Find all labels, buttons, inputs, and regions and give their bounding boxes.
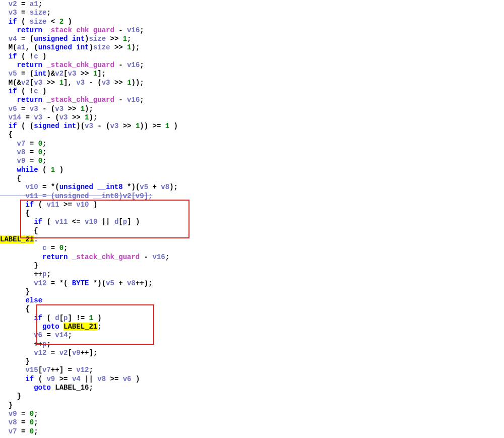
code-line: v12 = *(_BYTE *)(v5 + v8++); — [0, 279, 178, 288]
code-line: c = 0; — [0, 244, 178, 253]
code-line: v5 = (int)&v2[v3 >> 1]; — [0, 70, 178, 78]
code-line: if ( (signed int)(v3 - (v3 >> 1)) >= 1 ) — [0, 122, 178, 131]
code-line: v2 = a1; — [0, 0, 178, 9]
code-line: } — [0, 262, 178, 270]
code-line: } — [0, 288, 178, 296]
code-line: v14 = v3 - (v3 >> 1); — [0, 113, 178, 122]
code-line: M(a1, (unsigned int)size >> 1); — [0, 43, 178, 52]
code-line: { — [0, 131, 178, 139]
code-line: v3 = size; — [0, 9, 178, 17]
code-line: v15[v7++] = v12; — [0, 366, 178, 374]
code-line: return _stack_chk_guard - v16; — [0, 26, 178, 35]
code-line: v12 = v2[v9++]; — [0, 349, 178, 357]
code-line: { — [0, 174, 178, 183]
code-line: v9 = 0; — [0, 410, 178, 418]
code-line: while ( 1 ) — [0, 166, 178, 174]
code-line: v7 = 0; — [0, 427, 178, 436]
code-line: } — [0, 401, 178, 410]
highlight-box-1 — [20, 200, 190, 238]
code-line: return _stack_chk_guard - v16; — [0, 253, 178, 262]
code-line: v8 = 0; — [0, 418, 178, 427]
code-line: v7 = 0; — [0, 140, 178, 148]
code-line: ++p; — [0, 270, 178, 279]
highlight-box-2 — [36, 304, 154, 345]
code-line: if ( v9 >= v4 || v8 >= v6 ) — [0, 375, 178, 384]
code-line: if ( !c ) — [0, 87, 178, 96]
code-line: if ( size < 2 ) — [0, 18, 178, 26]
code-line: M(&v2[v3 >> 1], v3 - (v3 >> 1)); — [0, 79, 178, 87]
code-line: v10 = *(unsigned __int8 *)(v5 + v8); — [0, 183, 178, 192]
code-line: v9 = 0; — [0, 157, 178, 165]
code-line: else — [0, 296, 178, 305]
code-line: if ( !c ) — [0, 52, 178, 61]
code-line: v6 = v3 - (v3 >> 1); — [0, 105, 178, 113]
code-line: goto LABEL_16; — [0, 384, 178, 392]
code-line: return _stack_chk_guard - v16; — [0, 96, 178, 104]
code-line: } — [0, 392, 178, 401]
code-line: v8 = 0; — [0, 148, 178, 157]
code-line: return _stack_chk_guard - v16; — [0, 61, 178, 70]
code-line: v4 = (unsigned int)size >> 1; — [0, 35, 178, 43]
code-line: } — [0, 357, 178, 366]
